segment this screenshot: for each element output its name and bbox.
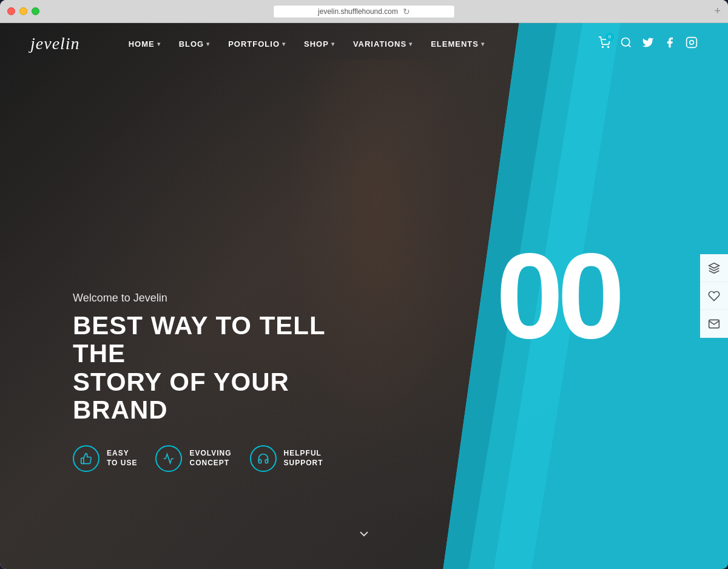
- nav-links: HOME ▾ BLOG ▾ PORTFOLIO ▾ SHOP ▾ VARIATI…: [129, 39, 598, 49]
- nav-elements[interactable]: ELEMENTS ▾: [431, 39, 485, 49]
- helpful-support-label: HELPFUL SUPPORT: [284, 449, 323, 468]
- hero-headline: BEST WAY TO TELL THE STORY OF YOUR BRAND: [73, 312, 328, 424]
- sidebar-heart-icon[interactable]: [700, 282, 728, 310]
- easy-to-use-label: EASY TO USE: [107, 449, 137, 468]
- nav-icon-group: 0: [598, 36, 698, 52]
- headphone-icon: [250, 445, 277, 472]
- nav-home[interactable]: HOME ▾: [129, 39, 161, 49]
- nav-shop[interactable]: SHOP ▾: [304, 39, 335, 49]
- right-sidebar: [700, 254, 728, 338]
- feature-evolving-concept: EVOLVING CONCEPT: [155, 445, 231, 472]
- svg-rect-7: [687, 37, 697, 47]
- title-bar: jevelin.shufflehound.com ↻ +: [0, 0, 728, 23]
- chevron-down-icon: ▾: [409, 41, 413, 47]
- close-button[interactable]: [7, 7, 15, 15]
- search-icon[interactable]: [620, 36, 632, 52]
- cart-badge: 0: [605, 33, 614, 41]
- hero-features: EASY TO USE EVOLVING CONCEPT: [73, 445, 328, 472]
- chevron-down-icon: ▾: [481, 41, 485, 47]
- nav-portfolio[interactable]: PORTFOLIO ▾: [228, 39, 286, 49]
- sidebar-mail-icon[interactable]: [700, 310, 728, 338]
- navbar: jevelin HOME ▾ BLOG ▾ PORTFOLIO ▾ SHOP ▾: [0, 23, 728, 64]
- svg-marker-9: [709, 263, 720, 268]
- traffic-lights: [7, 7, 39, 15]
- hero-content: Welcome to Jevelin BEST WAY TO TELL THE …: [73, 292, 328, 472]
- big-number: 00: [496, 235, 619, 357]
- headline-line2: STORY OF YOUR BRAND: [73, 368, 289, 424]
- evolving-concept-label: EVOLVING CONCEPT: [189, 449, 231, 468]
- hero-numbers: 00: [496, 235, 619, 357]
- refresh-icon[interactable]: ↻: [403, 7, 410, 16]
- chevron-down-icon: ▾: [157, 41, 161, 47]
- minimize-button[interactable]: [19, 7, 27, 15]
- svg-line-6: [629, 44, 631, 47]
- twitter-icon[interactable]: [642, 36, 654, 52]
- instagram-icon[interactable]: [686, 36, 698, 52]
- chevron-down-icon: ▾: [206, 41, 210, 47]
- chevron-down-icon: ▾: [331, 41, 335, 47]
- scroll-down-arrow[interactable]: [357, 527, 371, 545]
- svg-point-4: [608, 46, 609, 47]
- maximize-button[interactable]: [32, 7, 39, 15]
- thumbsup-icon: [73, 445, 99, 472]
- facebook-icon[interactable]: [664, 36, 676, 52]
- nav-variations[interactable]: VARIATIONS ▾: [353, 39, 413, 49]
- address-bar[interactable]: jevelin.shufflehound.com ↻: [273, 5, 455, 18]
- svg-point-3: [602, 46, 604, 47]
- cart-icon[interactable]: 0: [598, 36, 610, 52]
- nav-blog[interactable]: BLOG ▾: [179, 39, 211, 49]
- browser-window: jevelin.shufflehound.com ↻ + jevelin: [0, 0, 728, 569]
- feature-easy-to-use: EASY TO USE: [73, 445, 137, 472]
- address-text: jevelin.shufflehound.com: [318, 7, 398, 16]
- sidebar-layers-icon[interactable]: [700, 254, 728, 282]
- chevron-down-icon: ▾: [282, 41, 286, 47]
- welcome-text: Welcome to Jevelin: [73, 292, 328, 305]
- pulse-icon: [155, 445, 182, 472]
- feature-helpful-support: HELPFUL SUPPORT: [250, 445, 323, 472]
- website-content: jevelin HOME ▾ BLOG ▾ PORTFOLIO ▾ SHOP ▾: [0, 23, 728, 569]
- headline-line1: BEST WAY TO TELL THE: [73, 311, 325, 368]
- site-logo[interactable]: jevelin: [30, 34, 80, 53]
- new-tab-button[interactable]: +: [714, 5, 721, 18]
- svg-point-5: [622, 38, 630, 45]
